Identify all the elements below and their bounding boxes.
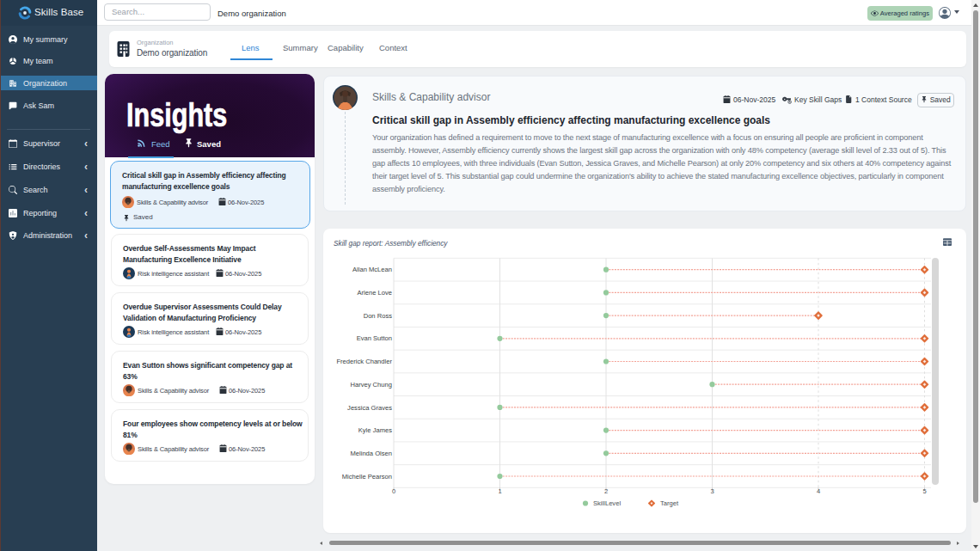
svg-text:SkillLevel: SkillLevel bbox=[593, 499, 621, 507]
svg-text:Melinda Olsen: Melinda Olsen bbox=[350, 450, 392, 457]
svg-text:Evan Sutton: Evan Sutton bbox=[357, 334, 392, 342]
svg-text:Michelle Pearson: Michelle Pearson bbox=[342, 473, 392, 481]
svg-text:Target: Target bbox=[660, 499, 679, 507]
svg-text:Allan McLean: Allan McLean bbox=[352, 266, 392, 273]
svg-text:3: 3 bbox=[710, 487, 714, 495]
svg-text:Arlene Love: Arlene Love bbox=[357, 289, 392, 297]
svg-text:0: 0 bbox=[392, 487, 395, 495]
svg-text:5: 5 bbox=[922, 487, 926, 495]
svg-text:Don Ross: Don Ross bbox=[364, 312, 393, 320]
svg-text:Jessica Graves: Jessica Graves bbox=[347, 404, 392, 412]
svg-text:Frederick Chandler: Frederick Chandler bbox=[336, 358, 392, 365]
svg-text:2: 2 bbox=[604, 487, 608, 495]
svg-text:4: 4 bbox=[817, 487, 820, 495]
svg-text:Kyle James: Kyle James bbox=[358, 426, 392, 434]
svg-text:1: 1 bbox=[498, 487, 501, 495]
svg-text:Harvey Chung: Harvey Chung bbox=[350, 381, 392, 389]
